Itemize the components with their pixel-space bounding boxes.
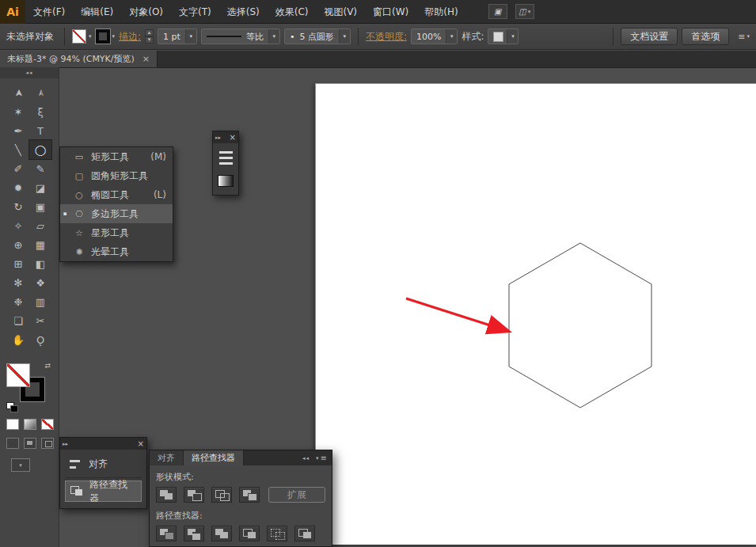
expand-dock-icon[interactable]: ▸▸ <box>63 441 68 447</box>
menu-help[interactable]: 帮助(H) <box>416 0 465 24</box>
divide-button[interactable] <box>156 526 177 541</box>
zoom-tool[interactable]: Ǫ <box>29 330 51 349</box>
control-panel-menu-icon[interactable]: ≡ ▾ <box>738 32 750 42</box>
stroke-weight-stepper[interactable]: ▴ ▾ <box>145 29 154 44</box>
style-combo[interactable]: ▾ <box>488 28 519 44</box>
bridge-icon[interactable]: ▣ <box>488 4 507 19</box>
merge-button[interactable] <box>211 526 232 541</box>
flyout-star-tool[interactable]: ☆ 星形工具 <box>60 223 173 242</box>
stroke-caret-icon[interactable]: ▾ <box>112 33 116 40</box>
draw-normal-mode-button[interactable] <box>6 438 19 449</box>
shape-builder-tool[interactable]: ⊕ <box>7 235 29 254</box>
none-button[interactable] <box>41 419 54 430</box>
panel-menu-icon[interactable]: ▾ ≡ <box>316 454 327 462</box>
opacity-link[interactable]: 不透明度: <box>366 30 407 44</box>
hexagon-shape[interactable] <box>502 237 659 413</box>
width-tool[interactable]: ✧ <box>7 216 29 235</box>
swap-fill-stroke-icon[interactable]: ⇄ <box>44 362 51 370</box>
document-setup-button[interactable]: 文档设置 <box>621 28 678 45</box>
workspace-switcher-icon[interactable]: ◫▾ <box>515 4 534 19</box>
line-segment-tool[interactable]: ╲ <box>7 140 29 159</box>
menu-file[interactable]: 文件(F) <box>25 0 73 24</box>
draw-inside-mode-button[interactable] <box>41 438 54 449</box>
tab-pathfinder[interactable]: 路径查找器 <box>184 450 244 465</box>
menu-type[interactable]: 文字(T) <box>171 0 219 24</box>
crop-button[interactable] <box>239 526 260 541</box>
draw-behind-mode-button[interactable] <box>24 438 36 449</box>
menu-select[interactable]: 选择(S) <box>219 0 268 24</box>
fill-caret-icon[interactable]: ▾ <box>89 33 92 40</box>
eraser-tool[interactable]: ◪ <box>29 178 51 197</box>
pathfinder-panel-item[interactable]: 路径查找器 <box>65 481 142 502</box>
perspective-grid-tool[interactable]: ▦ <box>29 235 51 254</box>
document-tab[interactable]: 未标题-3* @ 94% (CMYK/预览) × <box>0 51 158 67</box>
artboard-tool[interactable]: ❏ <box>7 311 29 330</box>
flyout-rectangle-tool[interactable]: ▭ 矩形工具 (M) <box>60 147 173 166</box>
stroke-weight-caret-icon[interactable]: ▾ <box>185 29 196 44</box>
opacity-combo[interactable]: 100% ▾ <box>411 28 458 44</box>
preferences-button[interactable]: 首选项 <box>682 28 729 45</box>
gradient-panel-icon[interactable] <box>218 175 234 187</box>
trim-button[interactable] <box>184 526 204 541</box>
stroke-panel-icon[interactable] <box>219 151 233 165</box>
collapse-panel-icon[interactable]: ◂◂ <box>302 455 310 462</box>
flyout-rounded-rectangle-tool[interactable]: ▢ 圆角矩形工具 <box>60 166 173 185</box>
magic-wand-tool[interactable]: ✶ <box>7 102 29 121</box>
type-tool[interactable]: T <box>29 121 51 140</box>
stepper-up-icon[interactable]: ▴ <box>145 29 154 36</box>
column-graph-tool[interactable]: ▥ <box>29 292 51 311</box>
exclude-button[interactable] <box>239 487 260 503</box>
stroke-profile-combo[interactable]: 等比 ▾ <box>201 28 280 44</box>
fill-color-swatch[interactable] <box>72 29 86 44</box>
stroke-profile-caret-icon[interactable]: ▾ <box>268 29 279 44</box>
expand-panel-icon[interactable]: ▸▸ <box>215 135 221 141</box>
gradient-tool[interactable]: ◧ <box>29 254 51 273</box>
lasso-tool[interactable]: ξ <box>29 102 51 121</box>
free-transform-tool[interactable]: ▱ <box>29 216 51 235</box>
slice-tool[interactable]: ✂ <box>29 311 51 330</box>
symbol-sprayer-tool[interactable]: ❉ <box>7 292 29 311</box>
menu-effect[interactable]: 效果(C) <box>268 0 317 24</box>
screen-mode-button[interactable]: ▾ <box>11 458 30 472</box>
stroke-weight-combo[interactable]: 1 pt ▾ <box>158 28 197 44</box>
scale-tool[interactable]: ▣ <box>29 197 51 216</box>
paintbrush-tool[interactable]: ✐ <box>7 159 29 178</box>
stroke-color-swatch[interactable] <box>96 29 110 44</box>
close-document-icon[interactable]: × <box>142 54 150 64</box>
flyout-flare-tool[interactable]: ✺ 光晕工具 <box>60 242 173 261</box>
stroke-profile-value[interactable]: 等比 <box>241 31 268 43</box>
selection-tool[interactable]: ➤ <box>7 83 29 102</box>
minus-front-button[interactable] <box>184 487 204 503</box>
color-button[interactable] <box>6 419 19 430</box>
menu-object[interactable]: 对象(O) <box>121 0 171 24</box>
opacity-value[interactable]: 100% <box>412 32 446 42</box>
shape-tool[interactable]: ◯ <box>29 140 51 159</box>
mesh-tool[interactable]: ⊞ <box>7 254 29 273</box>
brush-value[interactable]: 5 点圆形 <box>294 31 339 43</box>
eyedropper-tool[interactable]: ✻ <box>7 273 29 292</box>
brush-caret-icon[interactable]: ▾ <box>339 29 350 44</box>
tools-panel-collapse[interactable]: ◂◂ <box>0 67 59 78</box>
align-panel-item[interactable]: 对齐 <box>65 454 142 475</box>
hand-tool[interactable]: ✋ <box>7 330 29 349</box>
default-fill-stroke-icon[interactable] <box>6 402 18 412</box>
menu-window[interactable]: 窗口(W) <box>365 0 416 24</box>
tab-align[interactable]: 对齐 <box>150 450 184 465</box>
close-dock-icon[interactable]: × <box>138 439 144 448</box>
intersect-button[interactable] <box>211 487 232 503</box>
stroke-weight-value[interactable]: 1 pt <box>158 32 185 42</box>
pencil-tool[interactable]: ✎ <box>29 159 51 178</box>
fill-swatch-none[interactable] <box>6 363 30 387</box>
brush-combo[interactable]: • 5 点圆形 ▾ <box>284 28 351 44</box>
unite-button[interactable] <box>156 487 177 503</box>
blob-brush-tool[interactable]: ✹ <box>7 178 29 197</box>
minus-back-button[interactable] <box>294 526 315 541</box>
flyout-ellipse-tool[interactable]: ○ 椭圆工具 (L) <box>60 185 173 204</box>
outline-button[interactable] <box>267 526 287 541</box>
stroke-panel-link[interactable]: 描边: <box>119 30 141 44</box>
gradient-button[interactable] <box>24 419 36 430</box>
direct-selection-tool[interactable]: ➣ <box>29 83 51 102</box>
opacity-caret-icon[interactable]: ▾ <box>446 29 457 44</box>
pen-tool[interactable]: ✒ <box>7 121 29 140</box>
menu-view[interactable]: 视图(V) <box>316 0 365 24</box>
